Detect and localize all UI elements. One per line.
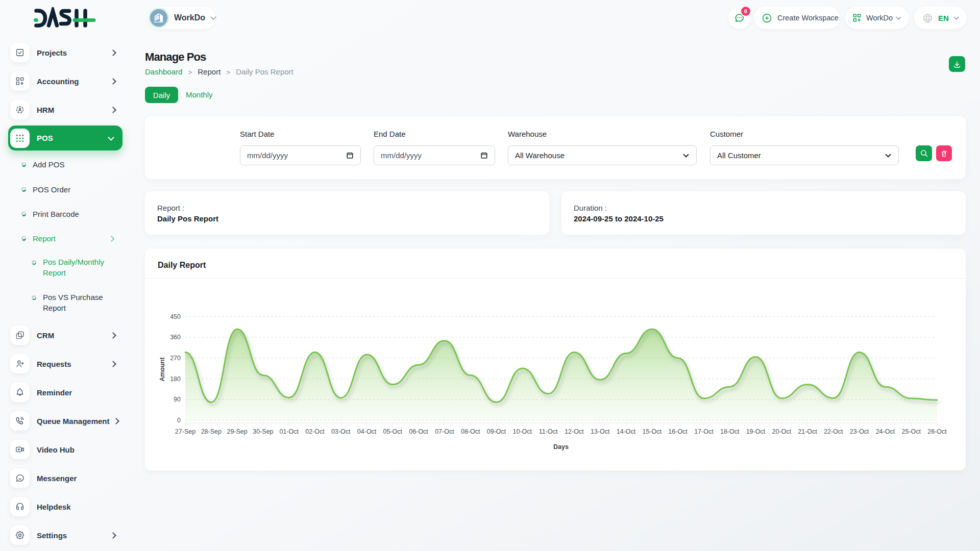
svg-text:360: 360 — [170, 334, 181, 341]
svg-text:90: 90 — [174, 396, 181, 403]
svg-text:25-Oct: 25-Oct — [901, 428, 921, 435]
svg-text:24-Oct: 24-Oct — [876, 428, 895, 435]
svg-text:30-Sep: 30-Sep — [253, 428, 273, 435]
svg-text:17-Oct: 17-Oct — [694, 428, 714, 435]
svg-text:29-Sep: 29-Sep — [227, 428, 247, 435]
svg-text:05-Oct: 05-Oct — [383, 428, 403, 435]
svg-text:03-Oct: 03-Oct — [331, 428, 351, 435]
svg-text:04-Oct: 04-Oct — [357, 428, 377, 435]
svg-text:Days: Days — [553, 443, 569, 450]
svg-text:08-Oct: 08-Oct — [461, 428, 480, 435]
svg-text:06-Oct: 06-Oct — [409, 428, 428, 435]
svg-text:14-Oct: 14-Oct — [617, 428, 636, 435]
svg-text:270: 270 — [170, 355, 181, 362]
svg-text:26-Oct: 26-Oct — [927, 428, 947, 435]
svg-text:450: 450 — [170, 313, 181, 320]
svg-text:27-Sep: 27-Sep — [175, 428, 195, 435]
svg-text:0: 0 — [177, 417, 181, 424]
svg-text:07-Oct: 07-Oct — [435, 428, 454, 435]
svg-text:13-Oct: 13-Oct — [591, 428, 610, 435]
svg-text:09-Oct: 09-Oct — [487, 428, 506, 435]
svg-text:12-Oct: 12-Oct — [565, 428, 584, 435]
svg-text:01-Oct: 01-Oct — [279, 428, 299, 435]
svg-text:21-Oct: 21-Oct — [798, 428, 817, 435]
svg-text:23-Oct: 23-Oct — [850, 428, 869, 435]
svg-text:19-Oct: 19-Oct — [746, 428, 766, 435]
svg-text:Amount: Amount — [159, 357, 166, 382]
svg-text:02-Oct: 02-Oct — [305, 428, 325, 435]
svg-text:22-Oct: 22-Oct — [824, 428, 843, 435]
svg-text:20-Oct: 20-Oct — [772, 428, 791, 435]
svg-text:16-Oct: 16-Oct — [668, 428, 688, 435]
svg-text:18-Oct: 18-Oct — [720, 428, 740, 435]
svg-text:10-Oct: 10-Oct — [513, 428, 532, 435]
svg-text:180: 180 — [170, 375, 181, 383]
svg-text:15-Oct: 15-Oct — [643, 428, 662, 435]
svg-text:11-Oct: 11-Oct — [539, 428, 558, 435]
svg-text:28-Sep: 28-Sep — [201, 428, 222, 435]
